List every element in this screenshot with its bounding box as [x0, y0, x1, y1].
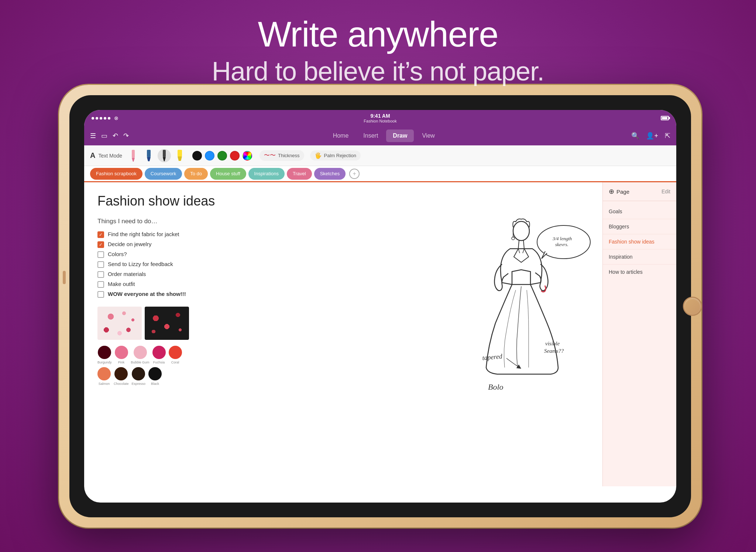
checkbox-4[interactable] [97, 261, 104, 268]
things-header: Things I need to do… [97, 218, 589, 225]
color-black[interactable] [192, 151, 202, 161]
swatch-circle-coral[interactable] [169, 346, 182, 359]
swatch-coral: Coral [169, 346, 182, 364]
color-blue[interactable] [205, 151, 214, 161]
wifi-icon: ⊗ [114, 115, 118, 121]
panel-item-inspiration[interactable]: Inspiration [603, 249, 676, 265]
pen-tools [127, 149, 186, 162]
swatch-circle-espresso[interactable] [132, 367, 145, 380]
swatch-label-coral: Coral [171, 360, 179, 364]
checkbox-1[interactable]: ✓ [97, 231, 104, 238]
todo-text-6: Make outfit [108, 281, 135, 287]
dark-pen-tool[interactable] [158, 149, 171, 162]
swatch-black: Black [148, 367, 162, 386]
swatch-label-black: Black [151, 382, 159, 386]
search-icon[interactable]: 🔍 [631, 132, 639, 140]
nav-tabs: Home Insert Draw View [136, 130, 631, 142]
todo-text-5: Order materials [108, 271, 146, 277]
swatch-circle-salmon[interactable] [97, 367, 111, 380]
checkbox-5[interactable] [97, 271, 104, 278]
tab-coursework[interactable]: Coursework [145, 168, 182, 180]
swatch-label-fuchsia: Fuchsia [153, 360, 165, 364]
thickness-button[interactable]: 〜〜 Thickness [260, 150, 304, 161]
tab-fashion-scrapbook[interactable]: Fashion scrapbook [90, 168, 142, 180]
add-tab-button[interactable]: + [349, 169, 360, 179]
swatch-label-chocolate: Chocolate [114, 382, 129, 386]
svg-marker-3 [147, 157, 151, 161]
signal-dot-1 [92, 117, 94, 120]
blue-marker-tool[interactable] [142, 149, 155, 162]
checkbox-6[interactable] [97, 281, 104, 288]
tab-home[interactable]: Home [326, 130, 355, 142]
panel-page-label: Page [616, 189, 629, 195]
status-bar: ⊗ 9:41 AM Fashion Notebook [84, 110, 676, 126]
swatch-pink: Pink [115, 346, 128, 364]
panel-item-fashion-show[interactable]: Fashion show ideas [603, 234, 676, 249]
swatch-circle-pink[interactable] [115, 346, 128, 359]
tab-draw[interactable]: Draw [386, 130, 414, 142]
fabric-images [97, 307, 589, 340]
tab-house-stuff[interactable]: House stuff [210, 168, 246, 180]
pink-brush-tool[interactable] [127, 149, 140, 162]
panel-item-goals[interactable]: Goals [603, 204, 676, 219]
swatch-circle-fuchsia[interactable] [152, 346, 166, 359]
svg-rect-4 [163, 150, 166, 157]
color-swatches-row1: Burgundy Pink Bubble Gum Fuchsia [97, 346, 589, 364]
notebook-name: Fashion Notebook [364, 119, 396, 123]
palm-rejection-label: Palm Rejection [324, 153, 356, 158]
todo-text-2: Decide on jewelry [108, 241, 151, 247]
palm-rejection-button[interactable]: 🖐 Palm Rejection [310, 151, 361, 161]
swatch-circle-chocolate[interactable] [114, 367, 128, 380]
yellow-highlighter-tool[interactable] [173, 149, 186, 162]
signal-dot-2 [96, 117, 98, 120]
panel-item-how-to[interactable]: How to articles [603, 265, 676, 279]
color-rainbow[interactable] [243, 151, 252, 161]
headline-main: Write anywhere [0, 15, 756, 54]
color-swatches-row2: Salmon Chocolate Espresso Black [97, 367, 589, 386]
panel-edit-button[interactable]: Edit [662, 189, 670, 194]
tab-travel[interactable]: Travel [287, 168, 312, 180]
swatch-label-bubblegum: Bubble Gum [131, 360, 150, 364]
tab-view[interactable]: View [415, 130, 441, 142]
tab-insert[interactable]: Insert [357, 130, 385, 142]
status-left: ⊗ [92, 115, 118, 121]
swatch-espresso: Espresso [132, 367, 146, 386]
home-button[interactable] [683, 297, 702, 316]
todo-item-5: Order materials [97, 271, 589, 278]
swatch-fuchsia: Fuchsia [152, 346, 166, 364]
panel-items-list: Goals Bloggers Fashion show ideas Inspir… [603, 201, 676, 282]
swatch-circle-bubblegum[interactable] [134, 346, 147, 359]
tab-todo[interactable]: To do [184, 168, 208, 180]
tab-sketches[interactable]: Sketches [314, 168, 346, 180]
swatch-circle-black[interactable] [148, 367, 162, 380]
color-red[interactable] [230, 151, 240, 161]
swatch-burgundy: Burgundy [97, 346, 112, 364]
add-user-icon[interactable]: 👤+ [646, 132, 658, 140]
checkbox-3[interactable] [97, 251, 104, 258]
status-time: 9:41 AM [364, 113, 396, 119]
sidebar-icon[interactable]: ▭ [101, 132, 107, 140]
panel-add-button[interactable]: ⊕ Page [609, 187, 629, 196]
notebook-tabs: Fashion scrapbook Coursework To do House… [84, 166, 676, 182]
undo-icon[interactable]: ↶ [113, 132, 118, 140]
todo-item-3: Colors? [97, 251, 589, 258]
thickness-label: Thickness [278, 153, 300, 158]
hamburger-icon[interactable]: ☰ [90, 132, 96, 140]
swatch-circle-burgundy[interactable] [98, 346, 111, 359]
fullscreen-icon[interactable]: ⇱ [665, 132, 670, 140]
panel-item-bloggers[interactable]: Bloggers [603, 219, 676, 234]
checkbox-7[interactable] [97, 291, 104, 298]
checkbox-2[interactable]: ✓ [97, 241, 104, 248]
nav-left-icons: ☰ ▭ ↶ ↷ [90, 132, 129, 140]
color-green[interactable] [217, 151, 227, 161]
todo-text-4: Send to Lizzy for feedback [108, 261, 173, 267]
svg-rect-2 [147, 150, 151, 157]
todo-text-1: Find the right fabric for jacket [108, 231, 179, 237]
swatch-label-espresso: Espresso [132, 382, 146, 386]
text-mode-control[interactable]: A Text Mode [90, 151, 122, 160]
tab-inspirations[interactable]: Inspirations [248, 168, 285, 180]
swatch-label-pink: Pink [118, 360, 125, 364]
battery-fill [662, 117, 667, 119]
text-mode-label: Text Mode [98, 153, 122, 159]
redo-icon[interactable]: ↷ [123, 132, 129, 140]
